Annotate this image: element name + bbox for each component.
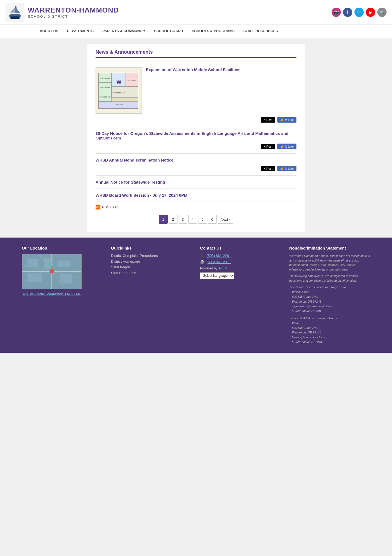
news-item-1-text: Expansion of Warrenton Middle School Fac…	[146, 67, 296, 72]
instagram-icon[interactable]: 📷	[332, 8, 341, 17]
news-link-4[interactable]: Annual Notice for Statewide Testing	[96, 180, 165, 184]
officer-2-email: harriss@warrentonk12.org	[289, 335, 370, 340]
officer-2-addr2: Warrenton, OR 97146	[289, 330, 370, 335]
news-link-5[interactable]: WHSD Board Work Session - July 17, 2024 …	[96, 193, 187, 198]
svg-text:CLASSROOM: CLASSROOM	[100, 78, 110, 79]
svg-text:CLASSROOM: CLASSROOM	[127, 80, 136, 81]
svg-rect-31	[57, 260, 71, 267]
quicklink-2[interactable]: District Homepage	[111, 259, 192, 263]
svg-rect-32	[27, 273, 42, 282]
quicklink-1[interactable]: District Complaint Procedures	[111, 254, 192, 258]
officer-2-title: Section 504 Officer: Suzanne Harris	[289, 316, 370, 321]
fb-like-label-3: fb Like	[285, 167, 294, 170]
news-link-1[interactable]: Expansion of Warrenton Middle School Fac…	[146, 67, 240, 72]
contact-phone-2[interactable]: (503) 861-2911	[207, 260, 231, 264]
xpost-button-3[interactable]: X Post	[261, 166, 275, 171]
fb-like-label: fb Like	[285, 118, 294, 121]
language-selector[interactable]: Select Language	[200, 272, 234, 279]
fb-like-icon-3: 👍	[280, 167, 284, 170]
logo-area: WARRENTON-HAMMOND SCHOOL DISTRICT	[5, 3, 119, 22]
news-section-title: News & Announcements	[96, 49, 296, 58]
officer-1-block: Title IX and Title II Officer: Tom Rogoz…	[289, 285, 370, 314]
officer-1-email: rogozinskit@warrentonk12.org	[289, 304, 370, 309]
page-button-2[interactable]: 2	[169, 215, 177, 224]
select-language-row: Select Language	[200, 272, 281, 279]
main-nav: ABOUT US DEPARTMENTS PARENTS & COMMUNITY…	[0, 25, 392, 38]
footer: Our Location 820 SW Cedar, Warre	[0, 238, 392, 353]
nav-item-parents-community[interactable]: PARENTS & COMMUNITY	[98, 25, 150, 38]
footer-quicklinks: Quicklinks District Complaint Procedures…	[111, 246, 192, 345]
nav-item-departments[interactable]: DEPARTMENTS	[63, 25, 98, 38]
news-item-5: WHSD Board Work Session - July 17, 2024 …	[96, 189, 296, 202]
page-button-6[interactable]: 6	[208, 215, 217, 224]
phone-icon-1: 📞	[200, 254, 204, 258]
xpost-button-2[interactable]: X Post	[261, 144, 275, 149]
svg-text:CAFETERIA: CAFETERIA	[115, 104, 123, 105]
news-link-2[interactable]: 30-Day Notice for Oregon's Statewide Ass…	[96, 131, 288, 140]
nav-item-about-us[interactable]: ABOUT US	[35, 25, 63, 38]
news-social-2: X Post 👍 fb Like	[96, 144, 296, 149]
footer-nondiscrimination: Nondiscrimination Statement Warrenton Ha…	[289, 246, 370, 345]
header-social-icons: 📷 f 🐦 ▶ 🔍	[332, 8, 387, 17]
powered-by-row: Powered by edlio	[200, 266, 281, 270]
officer-2-phone: 503-861-2281 ext: 224	[289, 340, 370, 345]
footer-address-link[interactable]: 820 SW Cedar, Warrenton, OR 97146	[22, 292, 81, 296]
officer-1-office: WHSD Office	[289, 290, 370, 295]
quicklink-3[interactable]: SafeOregon	[111, 265, 192, 269]
svg-rect-33	[60, 274, 72, 284]
youtube-icon[interactable]: ▶	[366, 8, 375, 17]
school-title: WARRENTON-HAMMOND	[28, 6, 119, 14]
quicklink-4[interactable]: Staff Resources	[111, 271, 192, 275]
news-social-3: X Post 👍 fb Like	[96, 166, 296, 171]
footer-quicklinks-title: Quicklinks	[111, 246, 192, 250]
svg-text:CLASSROOM: CLASSROOM	[100, 87, 110, 88]
map-placeholder	[22, 254, 82, 289]
xpost-button-1[interactable]: X Post	[261, 117, 275, 123]
news-link-3[interactable]: WHSD Annual Nondiscrimination Notice	[96, 158, 173, 162]
news-thumbnail-1: W CLASSROOM CLASSROOM CLASSROOM GYM / GY…	[96, 67, 142, 114]
officer-1-phone: 503-861-2281 ext 304	[289, 309, 370, 314]
school-name: WARRENTON-HAMMOND SCHOOL DISTRICT	[28, 6, 119, 19]
contact-phone-1[interactable]: (503) 861-2281	[207, 254, 231, 258]
search-icon[interactable]: 🔍	[377, 8, 387, 17]
footer-location-title: Our Location	[22, 246, 103, 250]
page-button-3[interactable]: 3	[179, 215, 187, 224]
nondiscrimination-statement: Warrenton Hammond School District does n…	[289, 254, 370, 272]
powered-by-label: Powered by	[200, 266, 217, 270]
rss-area: RSS RSS Feed	[96, 202, 296, 212]
fb-like-button-3[interactable]: 👍 fb Like	[277, 166, 296, 171]
nav-item-staff-resources[interactable]: STAFF RESOURCES	[239, 25, 282, 38]
footer-contact-title: Contact Us	[200, 246, 281, 250]
twitter-icon[interactable]: 🐦	[354, 8, 364, 17]
school-logo	[5, 3, 24, 22]
svg-rect-29	[27, 259, 38, 267]
page-button-5[interactable]: 5	[198, 215, 207, 224]
fb-like-button-2[interactable]: 👍 fb Like	[277, 144, 296, 149]
contact-phone-row-2: 🖨️ (503) 861-2911	[200, 260, 281, 264]
officer-1-addr1: 820 SW Cedar Ave.	[289, 294, 370, 299]
svg-point-3	[10, 17, 20, 19]
nav-item-school-board[interactable]: SCHOOL BOARD	[150, 25, 188, 38]
edlio-label: edlio	[218, 266, 226, 270]
nav-item-schools-programs[interactable]: SCHOOLS & PROGRAMS	[187, 25, 239, 38]
officer-1-title: Title IX and Title II Officer: Tom Rogoz…	[289, 285, 370, 290]
officer-1-addr2: Warrenton, OR 97146	[289, 299, 370, 304]
news-item-1: W CLASSROOM CLASSROOM CLASSROOM GYM / GY…	[96, 63, 296, 127]
next-page-button[interactable]: Next ›	[218, 215, 233, 224]
phone-icon-2: 🖨️	[200, 260, 204, 264]
news-social-1: X Post 👍 fb Like	[96, 117, 296, 123]
facebook-icon[interactable]: f	[343, 8, 352, 17]
svg-text:W: W	[117, 80, 121, 85]
fb-like-button-1[interactable]: 👍 fb Like	[277, 117, 296, 123]
page-button-4[interactable]: 4	[188, 215, 197, 224]
news-item-3: WHSD Annual Nondiscrimination Notice X P…	[96, 154, 296, 176]
contact-phone-row-1: 📞 (503) 861-2281	[200, 254, 281, 258]
page-button-1[interactable]: 1	[159, 215, 168, 224]
svg-text:GYM / GYMNASIUM: GYM / GYMNASIUM	[111, 92, 125, 94]
footer-nondiscrimination-title: Nondiscrimination Statement	[289, 246, 370, 250]
rss-label[interactable]: RSS Feed	[102, 205, 118, 209]
officer-2-block: Section 504 Officer: Suzanne Harris WGS …	[289, 316, 370, 345]
footer-contact: Contact Us 📞 (503) 861-2281 🖨️ (503) 861…	[200, 246, 281, 345]
header: WARRENTON-HAMMOND SCHOOL DISTRICT 📷 f 🐦 …	[0, 0, 392, 25]
news-item-4: Annual Notice for Statewide Testing	[96, 176, 296, 189]
